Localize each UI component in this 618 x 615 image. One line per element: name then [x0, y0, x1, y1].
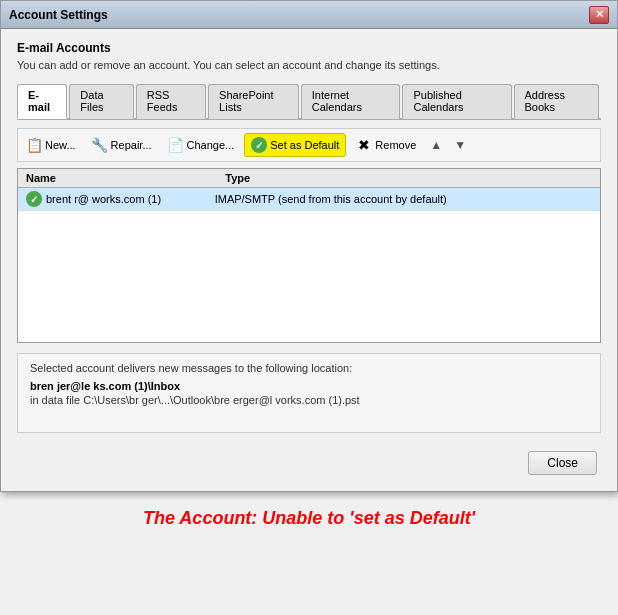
accounts-table: Name Type ✓ brent r@ works.com (1) IMAP/…: [17, 168, 601, 343]
tab-rss-feeds[interactable]: RSS Feeds: [136, 84, 206, 119]
footer-message: The Account: Unable to 'set as Default': [0, 492, 618, 537]
delivery-label: Selected account delivers new messages t…: [30, 362, 588, 374]
checkmark-icon: ✓: [251, 137, 267, 153]
new-label: New...: [45, 139, 76, 151]
set-default-button[interactable]: ✓ Set as Default: [244, 133, 346, 157]
account-name: brent r@ works.com (1): [46, 193, 161, 205]
tab-published-calendars[interactable]: Published Calendars: [402, 84, 511, 119]
delivery-info: Selected account delivers new messages t…: [17, 353, 601, 433]
change-button[interactable]: 📄 Change...: [162, 134, 241, 156]
delivery-path-normal: in data file C:\Users\br ger\...\Outlook…: [30, 394, 588, 406]
repair-button[interactable]: 🔧 Repair...: [86, 134, 158, 156]
section-desc: You can add or remove an account. You ca…: [17, 59, 601, 71]
tab-email[interactable]: E-mail: [17, 84, 67, 119]
new-icon: 📋: [26, 137, 42, 153]
col-name-header: Name: [18, 169, 217, 187]
delivery-path-bold: bren jer@le ks.com (1)\Inbox: [30, 380, 588, 392]
change-icon: 📄: [168, 137, 184, 153]
table-row[interactable]: ✓ brent r@ works.com (1) IMAP/SMTP (send…: [18, 188, 600, 211]
section-title: E-mail Accounts: [17, 41, 601, 55]
change-label: Change...: [187, 139, 235, 151]
bottom-bar: Close: [17, 445, 601, 479]
tab-bar: E-mail Data Files RSS Feeds SharePoint L…: [17, 83, 601, 120]
window-title: Account Settings: [9, 8, 108, 22]
toolbar: 📋 New... 🔧 Repair... 📄 Change... ✓ Set a…: [17, 128, 601, 162]
account-default-icon: ✓: [26, 191, 42, 207]
col-type-header: Type: [217, 169, 600, 187]
repair-icon: 🔧: [92, 137, 108, 153]
set-default-label: Set as Default: [270, 139, 339, 151]
move-down-button[interactable]: ▼: [450, 136, 470, 154]
tab-internet-calendars[interactable]: Internet Calendars: [301, 84, 401, 119]
remove-icon: ✖: [356, 137, 372, 153]
window-body: E-mail Accounts You can add or remove an…: [1, 29, 617, 491]
title-bar: Account Settings ✕: [1, 1, 617, 29]
tab-data-files[interactable]: Data Files: [69, 84, 134, 119]
account-type-cell: IMAP/SMTP (send from this account by def…: [215, 193, 592, 205]
move-up-button[interactable]: ▲: [426, 136, 446, 154]
account-settings-window: Account Settings ✕ E-mail Accounts You c…: [0, 0, 618, 492]
remove-button[interactable]: ✖ Remove: [350, 134, 422, 156]
tab-address-books[interactable]: Address Books: [514, 84, 599, 119]
account-name-cell: ✓ brent r@ works.com (1): [26, 191, 215, 207]
close-button[interactable]: Close: [528, 451, 597, 475]
remove-label: Remove: [375, 139, 416, 151]
tab-sharepoint[interactable]: SharePoint Lists: [208, 84, 299, 119]
table-header: Name Type: [18, 169, 600, 188]
repair-label: Repair...: [111, 139, 152, 151]
close-window-button[interactable]: ✕: [589, 6, 609, 24]
new-button[interactable]: 📋 New...: [20, 134, 82, 156]
